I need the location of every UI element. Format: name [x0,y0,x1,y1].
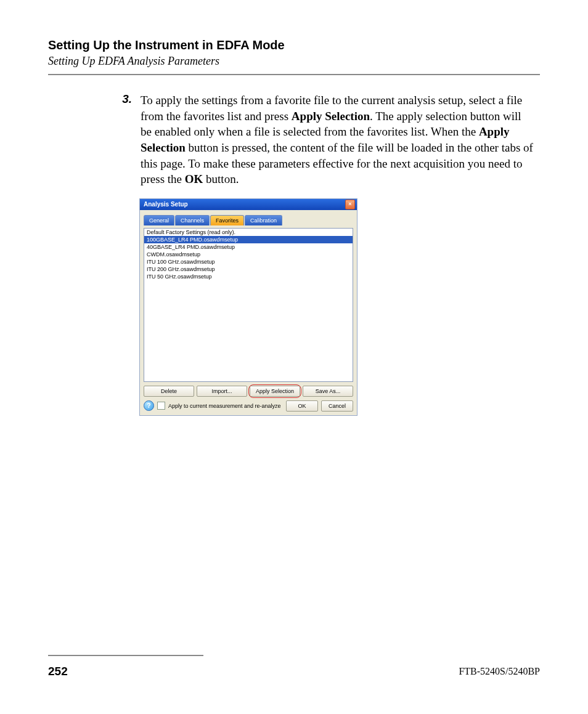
delete-button[interactable]: Delete [144,386,194,397]
reanalyze-label: Apply to current measurement and re-anal… [168,403,283,409]
list-item[interactable]: 40GBASE_LR4 PMD.osawdmsetup [144,243,353,251]
save-as-button[interactable]: Save As... [303,386,353,397]
step-bold-c: OK [185,172,203,185]
step-text-d: button. [203,172,239,185]
cancel-button[interactable]: Cancel [321,400,353,412]
list-item[interactable]: 100GBASE_LR4 PMD.osawdmsetup [144,236,353,243]
close-icon[interactable]: × [345,200,355,209]
dialog-bottom-row: ? Apply to current measurement and re-an… [144,400,353,412]
header-rule [48,74,540,75]
favorites-button-row: Delete Import... Apply Selection Save As… [144,386,353,397]
list-item[interactable]: Default Factory Settings (read only). [144,229,353,236]
list-item[interactable]: CWDM.osawdmsetup [144,251,353,258]
dialog-titlebar: Analysis Setup × [140,199,357,210]
step-text: To apply the settings from a favorite fi… [141,92,534,187]
dialog-tabs: General Channels Favorites Calibration [144,215,353,225]
section-subtitle: Setting Up EDFA Analysis Parameters [48,55,540,68]
footer-rule [48,655,203,656]
dialog-body: General Channels Favorites Calibration D… [140,210,357,415]
reanalyze-checkbox[interactable] [157,402,165,410]
step-bold-a: Apply Selection [292,110,370,123]
list-item[interactable]: ITU 200 GHz.osawdmsetup [144,266,353,273]
ok-button[interactable]: OK [286,400,318,412]
instruction-step: 3. To apply the settings from a favorite… [110,92,534,187]
step-number: 3. [110,92,141,106]
page-number: 252 [48,665,68,678]
tab-favorites[interactable]: Favorites [210,215,244,225]
list-item[interactable]: ITU 50 GHz.osawdmsetup [144,273,353,280]
help-icon[interactable]: ? [144,400,154,411]
tab-calibration[interactable]: Calibration [245,215,282,225]
apply-selection-button[interactable]: Apply Selection [250,386,300,397]
product-model: FTB-5240S/5240BP [459,666,540,677]
tab-channels[interactable]: Channels [175,215,210,225]
favorites-listbox[interactable]: Default Factory Settings (read only). 10… [144,228,353,382]
analysis-setup-dialog: Analysis Setup × General Channels Favori… [139,198,357,416]
import-button[interactable]: Import... [197,386,247,397]
section-title: Setting Up the Instrument in EDFA Mode [48,38,540,52]
list-item[interactable]: ITU 100 GHz.osawdmsetup [144,258,353,266]
dialog-title: Analysis Setup [142,201,345,208]
tab-general[interactable]: General [144,215,174,225]
